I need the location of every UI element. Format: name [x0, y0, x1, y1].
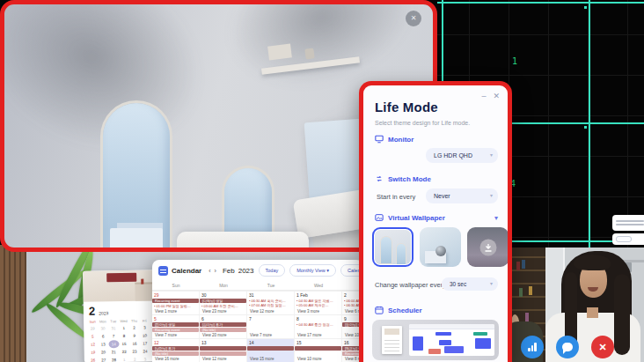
prev-month-arrow[interactable]: ‹: [209, 268, 210, 274]
end-call-button[interactable]: ✕: [591, 336, 614, 358]
calendar-day-cell[interactable]: 7View 7 more: [247, 315, 295, 338]
wallpaper-thumb-download[interactable]: [467, 227, 509, 267]
tooltip-ok-button[interactable]: [616, 236, 632, 242]
event-bar[interactable]: [200, 351, 246, 356]
view-more-link[interactable]: View 12 more: [202, 357, 226, 361]
download-icon: [479, 239, 496, 255]
event-bar[interactable]: (No title): [152, 351, 199, 356]
calendar-day-header-row: SunMonTueWedThuFriSat: [152, 281, 363, 291]
calendar-day-header: Tue: [247, 281, 295, 290]
cell-date: 13: [201, 340, 245, 346]
scheduler-preview[interactable]: [372, 320, 499, 360]
cell-date: 31: [249, 292, 292, 299]
next-month-arrow[interactable]: ›: [215, 268, 216, 274]
calendar-day-cell[interactable]: 8• 04:30 AM 중간 점검…View 17 more: [295, 315, 342, 338]
scheduler-label: Scheduler: [388, 307, 422, 314]
mini-calendar-day: 26: [88, 357, 99, 362]
event-bar[interactable]: [295, 346, 341, 351]
wallpaper-thumb-sphere[interactable]: [420, 227, 461, 267]
event-item[interactable]: • 05:00 AM 체크인…: [296, 303, 340, 307]
event-bar[interactable]: [200, 346, 246, 351]
view-more-link[interactable]: View 7 more: [250, 333, 272, 337]
mini-calendar-day: 14: [108, 340, 119, 348]
cell-date: 14: [249, 340, 292, 346]
calendar-day-cell[interactable]: 14View 15 more: [247, 339, 295, 362]
collapse-chevron-icon[interactable]: ▾: [494, 214, 498, 222]
switch-interval-dropdown[interactable]: Never ▾: [426, 188, 498, 203]
view-more-link[interactable]: View 15 more: [250, 357, 274, 361]
mini-calendar-day: 7: [108, 332, 119, 340]
tooltip-text-line: [616, 220, 644, 222]
calendar-day-cell[interactable]: 6[감자님] 휴가(No title)View 20 more: [200, 315, 247, 338]
event-bar[interactable]: [남편님] 휴가: [152, 346, 199, 351]
panel-subtitle: Select theme design for Life mode.: [375, 120, 470, 126]
tooltip-text-box: [612, 215, 644, 231]
event-item[interactable]: • 01:00 PM 일정 알림…: [154, 304, 197, 308]
view-more-link[interactable]: View 7 more: [155, 333, 177, 337]
event-bar[interactable]: Recurring event: [152, 328, 199, 332]
chart-tooltip: [612, 215, 644, 245]
view-more-link[interactable]: View 3 more: [297, 309, 319, 314]
mini-calendar-day: 12: [87, 341, 98, 349]
book-spine: [525, 313, 529, 321]
mini-calendar-day: 3: [139, 323, 150, 331]
event-bar[interactable]: [247, 346, 294, 351]
calendar-day-cell[interactable]: 15View 10 more: [295, 339, 342, 362]
calendar-day-header: Sun: [152, 281, 200, 290]
virtual-wallpaper-label: Virtual Wallpaper: [388, 214, 445, 222]
book-spine: [522, 260, 525, 269]
today-button[interactable]: Today: [259, 264, 286, 277]
event-bar[interactable]: [진아님] 생일: [152, 322, 199, 327]
minimize-icon[interactable]: –: [481, 92, 486, 100]
view-more-link[interactable]: View 12 more: [250, 309, 274, 314]
stats-button[interactable]: [521, 336, 544, 358]
chart-crosshair-vline: [589, 0, 590, 247]
event-item[interactable]: • 07:00 AM 아침 일정…: [249, 303, 292, 307]
calendar-day-cell[interactable]: 30[다혜님] 생일• 03:00 AM 오전 준비…View 23 more: [200, 292, 247, 314]
preview-event-block: [475, 338, 491, 349]
event-bar[interactable]: Recurring event: [152, 299, 199, 303]
calendar-week-row: 29Recurring event• 01:00 PM 일정 알림…View 1…: [152, 291, 363, 314]
view-more-link[interactable]: View 17 more: [297, 333, 321, 337]
mini-calendar-year: 2023: [99, 310, 108, 315]
calendar-app-header: Calendar ‹ › Feb 2023 Today Monthly View…: [152, 260, 363, 281]
event-bar[interactable]: (No title): [200, 328, 246, 332]
view-more-link[interactable]: View 10 more: [297, 357, 321, 361]
preview-header-bar: [409, 324, 494, 329]
mini-calendar-day: 6: [98, 332, 108, 340]
wallpaper-thumb-arches-selected[interactable]: [372, 227, 413, 267]
event-bar[interactable]: [다혜님] 생일: [200, 299, 246, 303]
monitor-dropdown[interactable]: LG HDR QHD ▾: [426, 148, 498, 163]
calendar-day-cell[interactable]: 29Recurring event• 01:00 PM 일정 알림…View 1…: [152, 292, 200, 314]
scheduler-section: Scheduler: [375, 306, 422, 314]
calendar-day-cell[interactable]: 5[진아님] 생일Recurring eventView 7 more: [152, 315, 200, 338]
awning-graphic: [106, 273, 136, 283]
mini-calendar-day: 5: [87, 333, 98, 341]
close-icon[interactable]: ✕: [493, 92, 500, 100]
white-bench: [177, 232, 309, 252]
shelf-cup-object: [304, 48, 314, 59]
calendar-day-cell[interactable]: 1 Feb• 04:30 AM 발표 자료…• 05:00 AM 체크인…Vie…: [295, 292, 342, 314]
tiny-person-graphic: [141, 279, 143, 284]
chart-top-line: [437, 2, 644, 4]
event-item[interactable]: • 03:00 AM 오전 준비…: [201, 304, 245, 308]
switch-mode-section: Switch Mode: [375, 174, 431, 183]
view-mode-dropdown[interactable]: Monthly View ▾: [289, 264, 336, 277]
event-item[interactable]: • 04:30 AM 중간 점검…: [296, 322, 340, 327]
view-more-link[interactable]: View 1 more: [155, 309, 177, 314]
change-wallpaper-label: Change wallpaper every: [375, 281, 446, 289]
view-more-link[interactable]: View 23 more: [202, 309, 226, 314]
preview-schedule-board: [409, 324, 494, 356]
close-icon[interactable]: ✕: [406, 11, 421, 26]
event-bar[interactable]: [감자님] 휴가: [200, 322, 246, 327]
call-controls: ✕: [521, 336, 614, 358]
calendar-day-cell[interactable]: 13View 12 more: [200, 339, 247, 362]
view-more-link[interactable]: View 20 more: [202, 333, 226, 337]
chat-button[interactable]: [556, 336, 579, 358]
wallpaper-interval-dropdown[interactable]: 30 sec ▾: [442, 277, 498, 291]
calendar-app-title: Calendar: [172, 267, 201, 275]
view-more-link[interactable]: View 16 more: [155, 357, 179, 361]
calendar-day-cell[interactable]: 31• 06:30 AM 회의 준비…• 07:00 AM 아침 일정…View…: [247, 292, 295, 314]
mini-calendar-day: 8: [119, 332, 129, 340]
calendar-day-cell[interactable]: 12[남편님] 휴가(No title)View 16 more: [152, 339, 200, 362]
